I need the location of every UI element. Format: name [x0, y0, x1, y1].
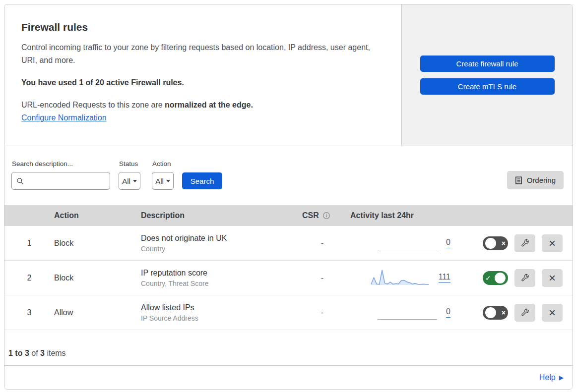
- edit-rule-button[interactable]: [514, 304, 535, 322]
- rule-activity-cell: 0: [346, 303, 455, 323]
- pagination-range: 1 to 3: [8, 349, 29, 357]
- rule-description-cell: Allow listed IPs IP Source Address: [141, 303, 298, 322]
- chevron-right-icon: ▶: [559, 375, 564, 381]
- action-filter-group: Action All: [152, 160, 174, 190]
- create-mtls-rule-button[interactable]: Create mTLS rule: [420, 78, 555, 95]
- help-link-label: Help: [539, 373, 556, 382]
- toggle-state-icon: ×: [502, 240, 506, 247]
- table-row: 1 Block Does not originate in UK Country…: [4, 226, 573, 261]
- table-row: 2 Block IP reputation score Country, Thr…: [4, 261, 573, 295]
- rule-activity-cell: 0: [346, 233, 455, 253]
- pagination-total: 3: [40, 349, 45, 357]
- normalization-note: URL-encoded Requests to this zone are no…: [21, 101, 384, 110]
- create-firewall-rule-button[interactable]: Create firewall rule: [420, 56, 555, 72]
- wrench-icon: [520, 238, 530, 248]
- rule-csr-value: -: [298, 274, 346, 282]
- page-header-section: Firewall rules Control incoming traffic …: [4, 4, 573, 146]
- rule-description: Does not originate in UK: [141, 234, 298, 243]
- col-description-header: Description: [141, 211, 298, 220]
- close-icon: ×: [549, 307, 556, 319]
- search-label: Search description...: [12, 160, 110, 168]
- toggle-knob: [485, 307, 496, 318]
- col-csr-label: CSR: [302, 211, 319, 220]
- rule-action: Block: [54, 239, 141, 248]
- wrench-icon: [520, 308, 530, 317]
- activity-count-link[interactable]: 111: [439, 273, 450, 283]
- page-header-text: Firewall rules Control incoming traffic …: [4, 4, 402, 146]
- info-icon[interactable]: [322, 212, 330, 220]
- table-header-row: Action Description CSR Activity last 24h…: [4, 205, 573, 226]
- normalization-note-text: URL-encoded Requests to this zone are: [21, 101, 165, 109]
- close-icon: ×: [549, 237, 556, 249]
- rule-csr-value: -: [298, 308, 346, 317]
- status-filter-group: Status All: [119, 160, 140, 190]
- chevron-down-icon: [133, 180, 137, 182]
- toggle-state-icon: ×: [502, 309, 506, 316]
- chevron-down-icon: [166, 180, 170, 182]
- rule-controls: ✓ ×: [455, 269, 573, 287]
- status-select[interactable]: All: [119, 172, 140, 190]
- rule-enabled-toggle[interactable]: ✓: [483, 271, 508, 285]
- activity-count-link[interactable]: 0: [446, 238, 450, 248]
- help-link[interactable]: Help ▶: [539, 373, 564, 382]
- ordering-button[interactable]: Ordering: [507, 171, 564, 189]
- rule-criteria: Country: [141, 245, 298, 253]
- status-label: Status: [119, 160, 140, 168]
- rule-criteria: IP Source Address: [141, 314, 298, 322]
- col-activity-header: Activity last 24hr: [346, 211, 455, 220]
- search-button[interactable]: Search: [182, 172, 222, 189]
- delete-rule-button[interactable]: ×: [542, 269, 563, 287]
- normalization-note-bold: normalized at the edge.: [165, 101, 253, 109]
- search-icon: [16, 177, 24, 185]
- rule-criteria: Country, Threat Score: [141, 280, 298, 287]
- search-input[interactable]: [27, 176, 105, 186]
- activity-sparkline: [378, 233, 437, 253]
- activity-count-link[interactable]: 0: [446, 307, 450, 318]
- toggle-knob: [485, 238, 496, 249]
- rule-controls: × ×: [455, 234, 573, 252]
- rule-action: Block: [54, 274, 141, 282]
- activity-sparkline: [378, 303, 437, 323]
- pagination-summary: 1 to 3 of 3 items: [4, 330, 573, 366]
- rule-enabled-toggle[interactable]: ×: [483, 306, 508, 320]
- filters-bar: Search description... Status All Action …: [4, 146, 573, 205]
- rule-priority: 2: [4, 274, 54, 282]
- action-select-value: All: [155, 177, 164, 185]
- close-icon: ×: [549, 272, 556, 284]
- action-label: Action: [152, 160, 174, 168]
- page-title: Firewall rules: [21, 21, 384, 33]
- rule-csr-value: -: [298, 239, 346, 248]
- delete-rule-button[interactable]: ×: [542, 234, 563, 252]
- pagination-items: items: [45, 349, 66, 357]
- edit-rule-button[interactable]: [514, 269, 535, 287]
- action-select[interactable]: All: [152, 172, 174, 190]
- firewall-rules-card: Firewall rules Control incoming traffic …: [4, 4, 573, 390]
- rule-action: Allow: [54, 308, 141, 317]
- edit-rule-button[interactable]: [514, 234, 535, 252]
- help-strip: Help ▶: [4, 366, 573, 389]
- search-group: Search description...: [11, 160, 110, 190]
- rule-description-cell: IP reputation score Country, Threat Scor…: [141, 269, 298, 287]
- rule-priority: 1: [4, 239, 54, 248]
- configure-normalization-link[interactable]: Configure Normalization: [21, 113, 107, 122]
- activity-sparkline: [370, 268, 430, 288]
- status-select-value: All: [122, 177, 130, 185]
- ordering-button-label: Ordering: [527, 176, 556, 184]
- col-action-header: Action: [54, 211, 141, 220]
- toggle-state-icon: ✓: [485, 275, 491, 281]
- actions-panel: Create firewall rule Create mTLS rule: [402, 4, 573, 146]
- rule-enabled-toggle[interactable]: ×: [483, 236, 508, 250]
- pagination-of: of: [29, 349, 40, 357]
- col-csr-header: CSR: [298, 211, 346, 220]
- usage-summary: You have used 1 of 20 active Firewall ru…: [21, 78, 384, 87]
- table-row: 3 Allow Allow listed IPs IP Source Addre…: [4, 295, 573, 330]
- rule-description: IP reputation score: [141, 269, 298, 278]
- search-box[interactable]: [11, 172, 110, 190]
- rule-description: Allow listed IPs: [141, 303, 298, 312]
- wrench-icon: [520, 273, 530, 282]
- rule-priority: 3: [4, 308, 54, 317]
- rule-description-cell: Does not originate in UK Country: [141, 234, 298, 253]
- delete-rule-button[interactable]: ×: [542, 304, 563, 322]
- rule-controls: × ×: [455, 304, 573, 322]
- page-description: Control incoming traffic to your zone by…: [21, 41, 379, 66]
